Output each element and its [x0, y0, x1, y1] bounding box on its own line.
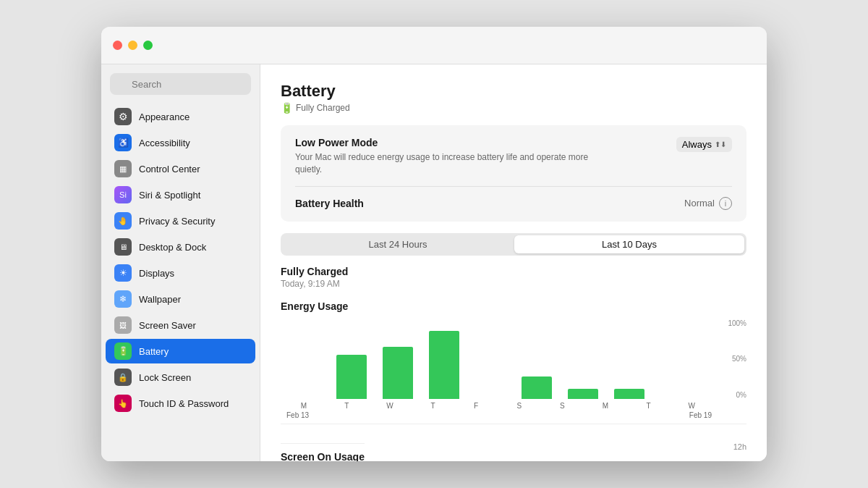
bar-col-8 — [654, 319, 697, 399]
chart-label-8: T — [629, 402, 669, 410]
low-power-value: Always — [682, 139, 712, 150]
sidebar-label-siri: Siri & Spotlight — [139, 190, 200, 201]
sidebar-item-screen-saver[interactable]: 🖼 Screen Saver — [106, 313, 255, 337]
y-label-50: 50% — [718, 355, 746, 363]
sidebar-label-control-center: Control Center — [139, 164, 200, 174]
bar-6 — [568, 389, 598, 398]
search-input[interactable] — [110, 73, 251, 95]
content-area: 🔍 ⚙ Appearance ♿ Accessibility ▦ Control… — [101, 64, 767, 461]
sidebar-label-touch-id: Touch ID & Password — [139, 398, 229, 409]
chart-bars — [281, 319, 746, 399]
low-power-row: Low Power Mode Your Mac will reduce ener… — [295, 137, 732, 176]
control-center-icon: ▦ — [114, 160, 132, 177]
sidebar-item-control-center[interactable]: ▦ Control Center — [106, 156, 255, 181]
fullscreen-button[interactable] — [143, 41, 153, 50]
segment-control: Last 24 Hours Last 10 Days — [281, 233, 746, 256]
chart-label-2: W — [370, 402, 410, 410]
chart-day-labels: MTWTFSSMTW — [281, 402, 746, 410]
wallpaper-icon: ❄ — [114, 290, 132, 308]
bar-col-6 — [561, 319, 605, 399]
bar-col-0 — [284, 319, 327, 399]
screen-on-title: Screen On Usage — [281, 443, 365, 461]
chart-label-7: M — [585, 402, 626, 410]
titlebar — [101, 27, 767, 64]
chart-container: 100% 50% 0% MTWTFSSMTW Feb 13 Feb 19 — [281, 319, 746, 421]
close-button[interactable] — [113, 41, 122, 50]
sidebar-item-lock-screen[interactable]: 🔒 Lock Screen — [106, 365, 255, 390]
chart-label-5: S — [499, 402, 540, 410]
battery-health-value: Normal i — [684, 197, 732, 210]
battery-health-row: Battery Health Normal i — [295, 186, 732, 210]
battery-health-title: Battery Health — [295, 198, 364, 209]
low-power-info: Low Power Mode Your Mac will reduce ener… — [295, 137, 599, 176]
bar-col-7 — [608, 319, 651, 399]
sidebar-label-privacy: Privacy & Security — [139, 216, 215, 227]
battery-status-icon: 🔋 — [281, 102, 293, 114]
sidebar-label-desktop-dock: Desktop & Dock — [139, 242, 206, 253]
screen-on-row: Screen On Usage 12h — [281, 424, 746, 461]
chart-inner: 100% 50% 0% — [281, 319, 746, 399]
fully-charged-title: Fully Charged — [281, 266, 746, 277]
sidebar-item-accessibility[interactable]: ♿ Accessibility — [106, 130, 255, 155]
screen-on-right-label: 12h — [733, 442, 746, 451]
sidebar-label-wallpaper: Wallpaper — [139, 294, 181, 305]
chart-date-left: Feb 13 — [284, 411, 309, 419]
sidebar-item-appearance[interactable]: ⚙ Appearance — [106, 104, 255, 129]
bar-7 — [614, 389, 644, 398]
low-power-card: Low Power Mode Your Mac will reduce ener… — [281, 125, 746, 222]
sidebar: 🔍 ⚙ Appearance ♿ Accessibility ▦ Control… — [101, 64, 260, 461]
tab-24h[interactable]: Last 24 Hours — [283, 235, 513, 253]
energy-usage-title: Energy Usage — [281, 300, 746, 312]
siri-icon: Si — [114, 186, 132, 203]
displays-icon: ☀ — [114, 264, 132, 282]
chart-label-3: T — [413, 402, 454, 410]
bar-col-3 — [422, 319, 466, 399]
sidebar-item-wallpaper[interactable]: ❄ Wallpaper — [106, 287, 255, 311]
sidebar-label-battery: Battery — [139, 346, 169, 357]
sidebar-label-appearance: Appearance — [139, 112, 190, 122]
energy-usage-section: Energy Usage 100% 50% 0% MTWTFSSMTW — [281, 300, 746, 421]
sidebar-item-battery[interactable]: 🔋 Battery — [106, 339, 255, 363]
panel-header: Battery 🔋 Fully Charged — [281, 82, 746, 114]
sidebar-item-siri[interactable]: Si Siri & Spotlight — [106, 182, 255, 207]
tab-10d[interactable]: Last 10 Days — [514, 235, 744, 253]
sidebar-label-accessibility: Accessibility — [139, 138, 190, 148]
touch-id-icon: 👆 — [114, 395, 132, 412]
traffic-lights — [113, 41, 153, 50]
fully-charged-section: Fully Charged Today, 9:19 AM — [281, 266, 746, 289]
privacy-icon: 🤚 — [114, 212, 132, 230]
sidebar-item-privacy[interactable]: 🤚 Privacy & Security — [106, 209, 255, 233]
search-container: 🔍 — [101, 73, 260, 104]
chart-label-9: W — [671, 402, 712, 410]
battery-health-normal: Normal — [684, 198, 715, 209]
chart-label-0: M — [284, 402, 324, 410]
battery-icon: 🔋 — [114, 342, 132, 360]
main-panel: Battery 🔋 Fully Charged Low Power Mode Y… — [260, 64, 767, 461]
search-wrapper: 🔍 — [110, 73, 251, 95]
dropdown-arrows-icon: ⬆⬇ — [715, 140, 726, 148]
chart-dates: Feb 13 Feb 19 — [281, 411, 746, 419]
y-label-100: 100% — [718, 319, 746, 327]
bar-col-1 — [330, 319, 373, 399]
chart-label-4: F — [456, 402, 496, 410]
sidebar-item-desktop-dock[interactable]: 🖥 Desktop & Dock — [106, 235, 255, 259]
low-power-dropdown[interactable]: Always ⬆⬇ — [676, 137, 732, 152]
low-power-title: Low Power Mode — [295, 137, 599, 148]
bar-3 — [429, 331, 459, 399]
appearance-icon: ⚙ — [114, 108, 132, 125]
chart-y-labels: 100% 50% 0% — [718, 319, 746, 399]
main-window: 🔍 ⚙ Appearance ♿ Accessibility ▦ Control… — [101, 27, 767, 461]
lock-screen-icon: 🔒 — [114, 369, 132, 386]
info-circle-icon[interactable]: i — [719, 197, 732, 210]
low-power-desc: Your Mac will reduce energy usage to inc… — [295, 151, 599, 176]
screen-saver-icon: 🖼 — [114, 316, 132, 334]
sidebar-item-touch-id[interactable]: 👆 Touch ID & Password — [106, 391, 255, 416]
bar-5 — [522, 376, 552, 399]
panel-subtitle: 🔋 Fully Charged — [281, 102, 746, 114]
fully-charged-time: Today, 9:19 AM — [281, 279, 746, 289]
chart-label-6: S — [542, 402, 583, 410]
chart-date-right: Feb 19 — [689, 411, 744, 419]
minimize-button[interactable] — [128, 41, 137, 50]
sidebar-item-displays[interactable]: ☀ Displays — [106, 261, 255, 285]
bar-col-2 — [376, 319, 420, 399]
